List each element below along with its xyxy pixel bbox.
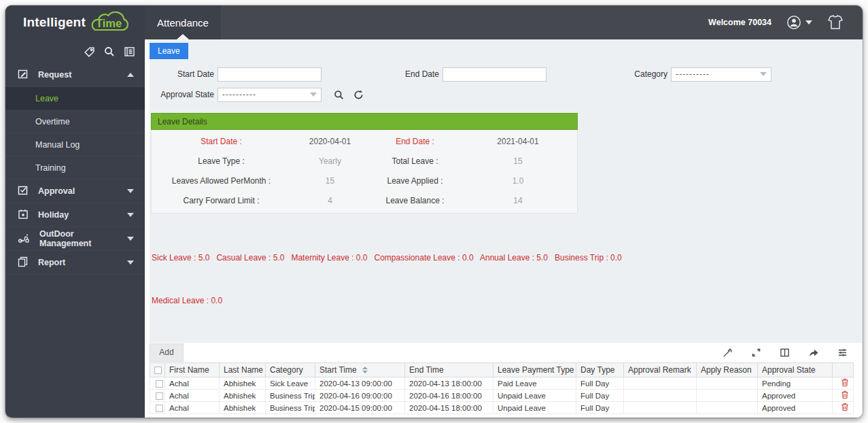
sidebar-item-training[interactable]: Training (5, 156, 145, 180)
main-content: Leave Start Date End Date Category -----… (150, 39, 863, 418)
cell-first-name: Achal (165, 377, 220, 390)
tag-icon[interactable] (84, 46, 95, 58)
sidebar-section-outdoor-management[interactable]: OutDoor Management (5, 227, 145, 251)
col-actions (833, 363, 854, 377)
cell-approval-state: Approved (758, 390, 833, 402)
ld-label: Leave Type : (152, 156, 291, 166)
leave-balance-summary: Sick Leave : 5.0 Casual Leave : 5.0 Mate… (152, 222, 863, 337)
sidebar-item-label: Leave (35, 94, 58, 103)
sidebar-section-request[interactable]: Request (5, 63, 145, 87)
tshirt-icon[interactable] (827, 15, 844, 30)
search-icon[interactable] (104, 46, 115, 58)
tab-leave[interactable]: Leave (150, 43, 188, 59)
approval-state-select-value: ---------- (222, 90, 256, 99)
cell-category: Sick Leave (266, 377, 315, 390)
category-select-value: ---------- (676, 69, 710, 79)
ld-value: 15 (461, 156, 575, 166)
sidebar-item-label: Overtime (35, 117, 70, 126)
sidebar-item-leave[interactable]: Leave (5, 87, 145, 110)
col-day-type[interactable]: Day Type (576, 363, 624, 377)
cell-approval-remark (624, 390, 697, 402)
expand-icon[interactable] (751, 348, 761, 358)
trash-icon[interactable] (841, 378, 849, 387)
row-checkbox[interactable] (156, 380, 163, 388)
add-button[interactable]: Add (150, 343, 184, 362)
magic-wand-icon[interactable] (723, 348, 733, 358)
col-approval-state[interactable]: Approval State (758, 363, 833, 377)
tab-leave-label: Leave (158, 46, 180, 56)
tab-attendance-label: Attendance (157, 17, 209, 29)
sidebar-section-approval[interactable]: Approval (5, 180, 145, 203)
table-row[interactable]: Achal Abhishek Business Trip 2020-04-15 … (150, 402, 854, 414)
sidebar-item-manual-log[interactable]: Manual Log (5, 133, 145, 156)
col-start-time[interactable]: Start Time (315, 363, 405, 377)
list-icon[interactable] (124, 46, 135, 58)
filter-row-1: Start Date End Date Category ---------- (150, 64, 863, 84)
cell-start-time: 2020-04-16 09:00:00 (315, 390, 405, 402)
ld-label: Start Date : (152, 137, 291, 146)
user-menu[interactable] (786, 15, 812, 30)
row-checkbox[interactable] (156, 392, 163, 400)
leave-details-panel: Leave Details Start Date : 2020-04-01 En… (151, 113, 578, 214)
chevron-up-icon (127, 73, 134, 77)
chevron-down-icon (127, 260, 134, 265)
share-arrow-icon[interactable] (808, 348, 819, 358)
col-approval-remark[interactable]: Approval Remark (624, 363, 697, 377)
chevron-down-icon (127, 189, 134, 193)
welcome-text: Welcome 70034 (708, 18, 771, 27)
col-last-name[interactable]: Last Name (220, 363, 266, 377)
ld-label: End Date : (369, 137, 461, 146)
select-all-checkbox[interactable] (154, 367, 162, 374)
cloud-logo-icon: Time (84, 10, 133, 35)
end-date-input[interactable] (442, 67, 546, 82)
top-header: Intelligent Time Attendance Welcome 7003… (5, 5, 863, 39)
col-apply-reason[interactable]: Apply Reason (697, 363, 758, 377)
sidebar-item-overtime[interactable]: Overtime (5, 110, 145, 133)
start-date-input[interactable] (218, 67, 322, 82)
category-select[interactable]: ---------- (671, 67, 771, 82)
table-row[interactable]: Achal Abhishek Business Trip 2020-04-16 … (150, 390, 854, 402)
refresh-icon[interactable] (353, 90, 364, 100)
table-row[interactable]: Achal Abhishek Sick Leave 2020-04-13 09:… (150, 377, 854, 390)
sidebar-section-report[interactable]: Report (5, 251, 145, 275)
cell-day-type: Full Day (576, 390, 624, 402)
search-icon[interactable] (334, 90, 344, 100)
ld-label: Carry Forward Limit : (152, 196, 291, 205)
leave-summary-line2: Medical Leave : 0.0 (152, 294, 863, 308)
sidebar-section-holiday[interactable]: Holiday (5, 203, 145, 227)
leave-summary-line1: Sick Leave : 5.0 Casual Leave : 5.0 Mate… (152, 251, 863, 265)
col-leave-payment-type[interactable]: Leave Payment Type (493, 363, 576, 377)
tab-attendance[interactable]: Attendance (145, 5, 221, 39)
columns-icon[interactable] (780, 348, 790, 358)
sidebar-scrollbar[interactable] (145, 39, 150, 418)
cell-last-name: Abhishek (220, 402, 266, 414)
cell-category: Business Trip (266, 390, 315, 402)
sidebar: Request Leave Overtime Manual Log Traini… (5, 39, 145, 418)
col-category[interactable]: Category (266, 363, 315, 377)
calendar-plus-icon (18, 209, 29, 222)
cell-apply-reason (697, 402, 758, 414)
cell-approval-state: Approved (758, 402, 833, 414)
cell-last-name: Abhishek (220, 390, 266, 402)
chevron-down-icon (310, 92, 317, 97)
sidebar-item-label: Training (35, 163, 66, 173)
cell-payment-type: Paid Leave (493, 377, 576, 390)
sidebar-item-label: Manual Log (35, 140, 80, 150)
trash-icon[interactable] (841, 403, 849, 411)
col-end-time[interactable]: End Time (405, 363, 493, 377)
app-window: Intelligent Time Attendance Welcome 7003… (5, 5, 863, 418)
approval-state-select[interactable]: ---------- (218, 88, 322, 102)
leave-details-body: Start Date : 2020-04-01 End Date : 2021-… (151, 130, 578, 214)
trash-icon[interactable] (841, 390, 849, 399)
cell-payment-type: Unpaid Leave (493, 402, 576, 414)
row-checkbox[interactable] (156, 405, 163, 412)
check-square-icon (18, 185, 29, 198)
sort-icon[interactable] (362, 367, 368, 373)
edit-square-icon (18, 69, 29, 82)
ld-value: 14 (461, 196, 575, 205)
sliders-icon[interactable] (837, 348, 848, 358)
cell-day-type: Full Day (576, 402, 624, 414)
col-first-name[interactable]: First Name (165, 363, 220, 377)
cell-start-time: 2020-04-15 09:00:00 (315, 402, 405, 414)
cell-apply-reason (697, 390, 758, 402)
